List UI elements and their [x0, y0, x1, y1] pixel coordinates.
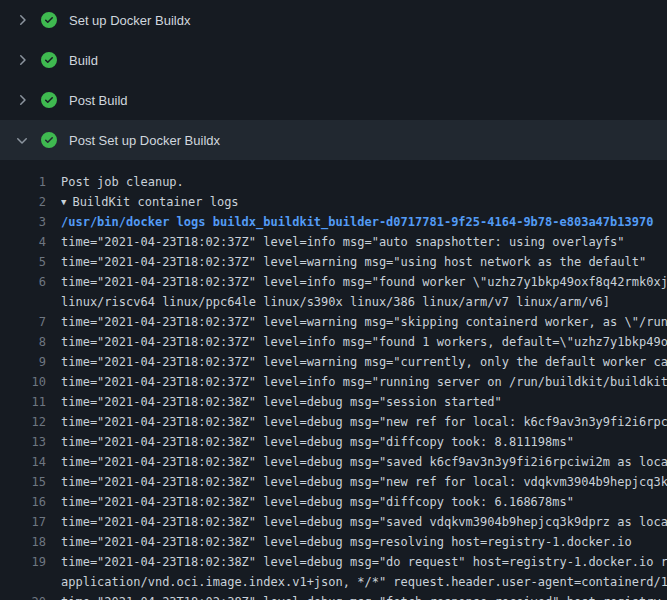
log-line: 12time="2021-04-23T18:02:38Z" level=debu…	[0, 412, 667, 432]
line-number[interactable]: 19	[0, 552, 46, 572]
line-number[interactable]: 5	[0, 252, 46, 272]
log-line: 6time="2021-04-23T18:02:37Z" level=info …	[0, 272, 667, 292]
log-line: 3/usr/bin/docker logs buildx_buildkit_bu…	[0, 212, 667, 232]
log-section-header-build[interactable]: Build	[0, 40, 667, 80]
log-text: Post job cleanup.	[61, 172, 667, 192]
chevron-right-icon	[14, 12, 30, 28]
success-check-icon	[41, 12, 57, 28]
log-line: 8time="2021-04-23T18:02:37Z" level=info …	[0, 332, 667, 352]
success-check-icon	[41, 132, 57, 148]
line-number[interactable]: 9	[0, 352, 46, 372]
line-number[interactable]: 17	[0, 512, 46, 532]
log-line: 17time="2021-04-23T18:02:38Z" level=debu…	[0, 512, 667, 532]
section-title: Build	[69, 53, 98, 68]
line-number	[0, 572, 46, 592]
log-line: 18time="2021-04-23T18:02:38Z" level=debu…	[0, 532, 667, 552]
line-number[interactable]: 1	[0, 172, 46, 192]
log-line: 13time="2021-04-23T18:02:38Z" level=debu…	[0, 432, 667, 452]
success-check-icon	[41, 92, 57, 108]
log-line: 4time="2021-04-23T18:02:37Z" level=info …	[0, 232, 667, 252]
chevron-right-icon	[14, 52, 30, 68]
log-line: linux/riscv64 linux/ppc64le linux/s390x …	[0, 292, 667, 312]
log-text: time="2021-04-23T18:02:38Z" level=debug …	[61, 452, 667, 472]
log-text: application/vnd.oci.image.index.v1+json,…	[61, 572, 667, 592]
line-number[interactable]: 12	[0, 412, 46, 432]
line-number	[0, 292, 46, 312]
log-line: 20time="2021-04-23T18:02:38Z" level=debu…	[0, 592, 667, 600]
log-line: 15time="2021-04-23T18:02:38Z" level=debu…	[0, 472, 667, 492]
log-line: 2▼BuildKit container logs	[0, 192, 667, 212]
log-text: time="2021-04-23T18:02:37Z" level=info m…	[61, 332, 667, 352]
log-text: time="2021-04-23T18:02:38Z" level=debug …	[61, 392, 667, 412]
line-number[interactable]: 13	[0, 432, 46, 452]
log-line: 11time="2021-04-23T18:02:38Z" level=debu…	[0, 392, 667, 412]
log-section-header-post-build[interactable]: Post Build	[0, 80, 667, 120]
log-text: time="2021-04-23T18:02:37Z" level=warnin…	[61, 252, 667, 272]
log-text: time="2021-04-23T18:02:38Z" level=debug …	[61, 472, 667, 492]
line-number[interactable]: 14	[0, 452, 46, 472]
chevron-down-icon	[14, 132, 30, 148]
log-text: time="2021-04-23T18:02:37Z" level=info m…	[61, 272, 667, 292]
log-text: time="2021-04-23T18:02:37Z" level=info m…	[61, 232, 667, 252]
log-text: time="2021-04-23T18:02:38Z" level=debug …	[61, 592, 667, 600]
log-line: 16time="2021-04-23T18:02:38Z" level=debu…	[0, 492, 667, 512]
log-text: time="2021-04-23T18:02:38Z" level=debug …	[61, 492, 667, 512]
success-check-icon	[41, 52, 57, 68]
line-number[interactable]: 15	[0, 472, 46, 492]
log-text: time="2021-04-23T18:02:37Z" level=warnin…	[61, 352, 667, 372]
log-text: linux/riscv64 linux/ppc64le linux/s390x …	[61, 292, 667, 312]
line-number[interactable]: 6	[0, 272, 46, 292]
line-number[interactable]: 20	[0, 592, 46, 600]
log-line: 14time="2021-04-23T18:02:38Z" level=debu…	[0, 452, 667, 472]
log-text: time="2021-04-23T18:02:38Z" level=debug …	[61, 552, 667, 572]
log-line: 9time="2021-04-23T18:02:37Z" level=warni…	[0, 352, 667, 372]
line-number[interactable]: 3	[0, 212, 46, 232]
log-line: 7time="2021-04-23T18:02:37Z" level=warni…	[0, 312, 667, 332]
workflow-log-viewer: Set up Docker BuildxBuildPost BuildPost …	[0, 0, 667, 600]
log-line: 1Post job cleanup.	[0, 172, 667, 192]
log-line: 5time="2021-04-23T18:02:37Z" level=warni…	[0, 252, 667, 272]
line-number[interactable]: 7	[0, 312, 46, 332]
log-group-label[interactable]: ▼BuildKit container logs	[61, 192, 667, 212]
log-text: time="2021-04-23T18:02:38Z" level=debug …	[61, 412, 667, 432]
section-title: Set up Docker Buildx	[69, 13, 190, 28]
line-number[interactable]: 8	[0, 332, 46, 352]
section-title: Post Set up Docker Buildx	[69, 133, 220, 148]
line-number[interactable]: 16	[0, 492, 46, 512]
log-section-header-post-set-up-docker-buildx[interactable]: Post Set up Docker Buildx	[0, 120, 667, 160]
log-section-header-set-up-docker-buildx[interactable]: Set up Docker Buildx	[0, 0, 667, 40]
line-number[interactable]: 10	[0, 372, 46, 392]
line-number[interactable]: 2	[0, 192, 46, 212]
log-text: time="2021-04-23T18:02:37Z" level=info m…	[61, 372, 667, 392]
line-number[interactable]: 4	[0, 232, 46, 252]
log-group-title: BuildKit container logs	[72, 195, 238, 209]
group-collapse-toggle-icon[interactable]: ▼	[61, 192, 66, 212]
log-output: 1Post job cleanup.2▼BuildKit container l…	[0, 160, 667, 600]
command-text: /usr/bin/docker logs buildx_buildkit_bui…	[61, 212, 667, 232]
line-number[interactable]: 11	[0, 392, 46, 412]
log-line: 10time="2021-04-23T18:02:37Z" level=info…	[0, 372, 667, 392]
log-line: 19time="2021-04-23T18:02:38Z" level=debu…	[0, 552, 667, 572]
log-text: time="2021-04-23T18:02:38Z" level=debug …	[61, 532, 667, 552]
log-text: time="2021-04-23T18:02:38Z" level=debug …	[61, 432, 667, 452]
chevron-right-icon	[14, 92, 30, 108]
log-text: time="2021-04-23T18:02:38Z" level=debug …	[61, 512, 667, 532]
log-line: application/vnd.oci.image.index.v1+json,…	[0, 572, 667, 592]
line-number[interactable]: 18	[0, 532, 46, 552]
log-text: time="2021-04-23T18:02:37Z" level=warnin…	[61, 312, 667, 332]
section-title: Post Build	[69, 93, 128, 108]
